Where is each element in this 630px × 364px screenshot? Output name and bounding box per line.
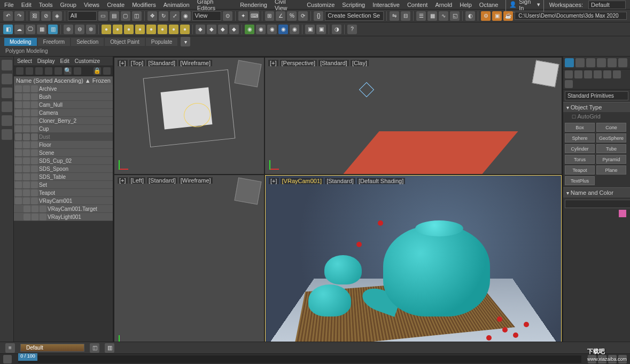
select-name-icon[interactable]: ▤ [110,11,119,21]
vp2-plus[interactable]: [+] [268,60,278,66]
curve-editor-icon[interactable]: ∿ [439,11,448,21]
visibility-icon[interactable] [24,205,30,212]
tb2-icon-21[interactable]: ◉ [245,25,254,34]
primitive-tube[interactable]: Tube [596,144,626,153]
primitive-geosphere[interactable]: GeoSphere [596,133,626,143]
maxscript-icon[interactable]: ≡ [5,343,15,353]
window-crossing-icon[interactable]: ◫ [132,11,142,21]
freeze-icon[interactable] [23,125,30,132]
rect-select-icon[interactable]: ▢ [121,11,130,21]
project-path[interactable]: C:\Users\Demo\Documents\3ds Max 2020 [515,12,627,20]
menu-scripting[interactable]: Scripting [342,2,365,8]
scene-header-frozen[interactable]: ▲ Frozen [85,77,111,84]
freeze-icon[interactable] [32,205,38,212]
keyboard-icon[interactable]: ⌨ [250,11,259,21]
link-icon[interactable]: ⛓ [30,11,40,21]
tb2-icon-5[interactable]: ▥ [48,25,58,34]
tb2-icon-9[interactable]: ● [102,25,111,34]
primitive-teapot[interactable]: Teapot [565,165,595,175]
selection-filter[interactable]: All [68,11,97,21]
vp3-shade[interactable]: [Wireframe] [179,177,213,184]
vp1-plus[interactable]: [+] [118,60,128,66]
lights-icon[interactable] [584,70,592,78]
scene-item[interactable]: Teapot [14,189,113,197]
scene-item[interactable]: VRayLight001 [14,213,113,221]
placement-icon[interactable]: ◉ [181,11,191,21]
freeze-icon[interactable] [23,197,30,204]
visibility-icon[interactable] [15,93,22,100]
monitor-icon[interactable]: 🖵 [26,25,35,34]
rollout-name-color[interactable]: ▾ Name and Color [563,187,630,197]
primitive-category-dropdown[interactable]: Standard Primitives [565,91,628,100]
filter-icon-2[interactable] [26,67,33,75]
cloud-icon[interactable]: ☁ [14,25,24,34]
visibility-icon[interactable] [15,189,22,196]
freeze-icon[interactable] [23,141,30,148]
menu-file[interactable]: File [4,2,14,8]
filter-icon-9[interactable] [103,67,111,75]
redo-icon[interactable]: ↷ [14,11,24,21]
viewport-left[interactable]: [+] [Left] [Standard] [Wireframe] [114,175,264,349]
align-icon[interactable]: ⊟ [401,11,410,21]
menu-rendering[interactable]: Rendering [240,2,267,8]
tb2-icon-17[interactable]: ◆ [196,25,205,34]
workspace-dropdown[interactable]: Default [588,1,626,9]
filter-icon-3[interactable] [35,67,43,75]
snap-icon[interactable]: ⊞ [265,11,275,21]
menu-create[interactable]: Create [107,2,125,8]
tb2-icon-20[interactable]: ◆ [229,25,239,34]
visibility-icon[interactable] [15,181,22,188]
tb2-icon-15[interactable]: ● [169,25,178,34]
scene-item[interactable]: SDS_Cup_02 [14,157,113,165]
namedset-edit-icon[interactable]: {} [314,11,323,21]
select-icon[interactable]: ▭ [98,11,108,21]
display-tab-icon[interactable] [608,58,617,67]
visibility-icon[interactable] [15,157,22,164]
tb2-icon-7[interactable]: ⊖ [75,25,84,34]
tb2-icon-25[interactable]: ◉ [290,25,299,34]
shapes-icon[interactable] [574,70,582,78]
pivot-icon[interactable]: ⊙ [223,11,232,21]
visibility-icon[interactable] [15,197,22,204]
menu-tools[interactable]: Tools [39,2,53,8]
vp3-view[interactable]: [Left] [129,177,145,184]
viewcube-icon[interactable] [235,178,262,205]
render-frame-icon[interactable]: ▣ [492,11,502,21]
scale-icon[interactable]: ⤢ [170,11,180,21]
tb2-icon-14[interactable]: ● [158,25,167,34]
tb2-icon-28[interactable]: ◑ [332,25,341,34]
help-icon[interactable]: ? [347,25,357,34]
menu-views[interactable]: Views [84,2,99,8]
layer-manager-icon[interactable]: ▥ [105,343,114,353]
rotate-icon[interactable]: ↻ [159,11,168,21]
primitive-sphere[interactable]: Sphere [565,133,595,143]
manip-icon[interactable]: ✦ [238,11,248,21]
scene-tab-select[interactable]: Select [17,58,32,64]
modify-tab-icon[interactable] [575,58,585,67]
tb2-icon-23[interactable]: ◉ [267,25,277,34]
scene-tab-edit[interactable]: Edit [60,58,69,64]
freeze-icon[interactable] [23,189,30,196]
scene-item[interactable]: Camera [14,109,113,117]
primitive-textplus[interactable]: TextPlus [565,176,595,185]
render-icon[interactable]: ☕ [503,11,513,21]
scene-item[interactable]: VRayCam001 [14,197,113,205]
tb2-icon-22[interactable]: ◉ [256,25,266,34]
menu-content[interactable]: Content [407,2,428,8]
visibility-icon[interactable] [15,173,22,180]
scene-list-header[interactable]: Name (Sorted Ascending) ▲ Frozen [14,76,113,85]
left-icon-6[interactable] [2,129,12,140]
mirror-icon[interactable]: ⇋ [390,11,399,21]
scene-tab-customize[interactable]: Customize [75,58,100,64]
vp4-plus[interactable]: [+] [269,178,279,184]
left-icon-2[interactable] [2,74,12,84]
viewcube-icon[interactable] [235,60,262,88]
scene-item[interactable]: Floor [14,141,113,149]
freeze-icon[interactable] [23,149,30,156]
vp2-shade[interactable]: [Clay] [351,60,369,66]
schematic-icon[interactable]: ◱ [450,11,460,21]
unlink-icon[interactable]: ⊘ [41,11,51,21]
vp2-view[interactable]: [Perspective] [280,60,317,66]
vp1-std[interactable]: [Standard] [146,60,177,66]
vp4-shade[interactable]: [Default Shading] [357,178,405,184]
